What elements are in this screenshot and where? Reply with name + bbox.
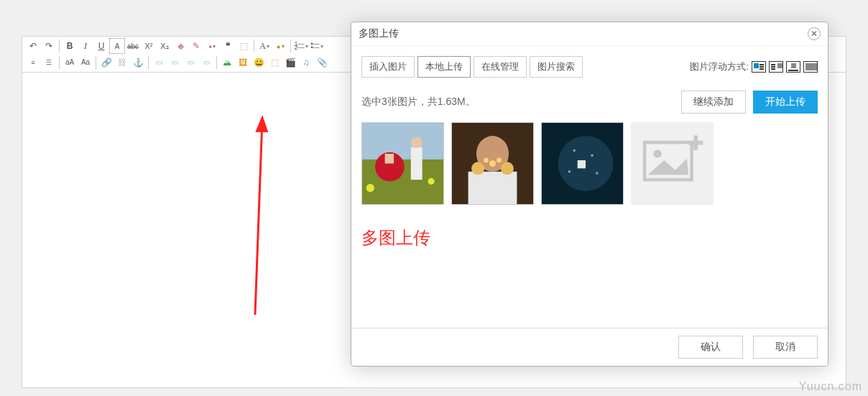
bold-icon[interactable]: B bbox=[62, 38, 78, 54]
svg-point-12 bbox=[471, 162, 484, 175]
touppercase-icon[interactable]: aA bbox=[62, 55, 78, 70]
formatmatch-icon[interactable]: ✎ bbox=[188, 38, 204, 54]
svg-point-14 bbox=[489, 160, 496, 167]
italic-icon[interactable]: I bbox=[78, 38, 93, 54]
dialog-title: 多图上传 bbox=[359, 27, 399, 40]
svg-point-18 bbox=[558, 136, 614, 191]
svg-point-23 bbox=[596, 172, 598, 174]
ok-button[interactable]: 确认 bbox=[678, 336, 743, 359]
continue-add-button[interactable]: 继续添加 bbox=[681, 91, 746, 114]
imageright-icon[interactable]: ▭ bbox=[183, 55, 198, 70]
separator bbox=[59, 40, 60, 52]
thumb-2[interactable] bbox=[451, 122, 534, 205]
autotypeset-icon[interactable]: ⬥ bbox=[204, 38, 220, 54]
attachment-icon[interactable]: 📎 bbox=[314, 55, 330, 70]
thumb-3[interactable] bbox=[541, 122, 624, 205]
subscript-icon[interactable]: X₂ bbox=[157, 38, 172, 54]
undo-icon[interactable]: ↶ bbox=[25, 38, 41, 54]
tab-online-manage[interactable]: 在线管理 bbox=[474, 56, 527, 78]
dialog-footer: 确认 取消 bbox=[351, 328, 828, 366]
svg-rect-5 bbox=[411, 147, 423, 180]
cancel-button[interactable]: 取消 bbox=[753, 336, 818, 359]
separator bbox=[148, 56, 149, 69]
dialog-header: 多图上传 ✕ bbox=[351, 22, 828, 46]
float-right-icon[interactable] bbox=[786, 61, 800, 73]
svg-rect-4 bbox=[385, 154, 394, 164]
unlink-icon[interactable]: ⛓ bbox=[114, 55, 130, 70]
add-image-icon bbox=[632, 123, 713, 204]
dialog-tabs: 插入图片 本地上传 在线管理 图片搜索 bbox=[361, 56, 583, 78]
orderedlist-icon[interactable]: 1—2— bbox=[293, 38, 309, 54]
redo-icon[interactable]: ↷ bbox=[41, 38, 57, 54]
image-icon bbox=[542, 123, 623, 204]
svg-point-21 bbox=[591, 155, 593, 157]
thumbnail-list bbox=[361, 122, 818, 205]
link-icon[interactable]: 🔗 bbox=[98, 55, 114, 70]
float-left-icon[interactable] bbox=[769, 61, 783, 73]
insertimage-icon[interactable]: 🖼 bbox=[235, 55, 251, 70]
separator bbox=[59, 56, 60, 69]
thumb-add[interactable] bbox=[631, 122, 714, 205]
svg-point-8 bbox=[428, 178, 435, 185]
dialog-body: 插入图片 本地上传 在线管理 图片搜索 图片浮动方式: 选中3张图片，共1.63… bbox=[351, 46, 828, 328]
svg-point-16 bbox=[497, 158, 502, 163]
close-icon[interactable]: ✕ bbox=[808, 27, 821, 40]
eraser-icon[interactable]: ◆ bbox=[172, 38, 188, 54]
svg-point-13 bbox=[501, 162, 514, 175]
simpleupload-icon[interactable]: ⛰ bbox=[219, 55, 235, 70]
forecolor-icon[interactable]: A bbox=[257, 38, 272, 54]
strikethrough-icon[interactable]: abc bbox=[125, 38, 141, 54]
music-icon[interactable]: ♫ bbox=[298, 55, 314, 70]
float-none-icon[interactable] bbox=[752, 61, 766, 73]
blockquote-icon[interactable]: ❝ bbox=[220, 38, 236, 54]
annotation-label: 多图上传 bbox=[361, 226, 818, 249]
multi-upload-dialog: 多图上传 ✕ 插入图片 本地上传 在线管理 图片搜索 图片浮动方式: 选中3张图… bbox=[351, 22, 828, 367]
fontborder-icon[interactable]: A bbox=[109, 38, 125, 54]
svg-rect-2 bbox=[362, 123, 443, 160]
emotion-icon[interactable]: 😀 bbox=[251, 55, 267, 70]
tab-image-search[interactable]: 图片搜索 bbox=[530, 56, 583, 78]
float-center-icon[interactable] bbox=[803, 61, 818, 73]
svg-rect-11 bbox=[468, 172, 517, 204]
insertvideo-icon[interactable]: 🎬 bbox=[282, 55, 298, 70]
tolowercase-icon[interactable]: Aa bbox=[78, 55, 93, 70]
justifycenter-icon[interactable]: ☰ bbox=[41, 55, 57, 70]
unorderedlist-icon[interactable]: •—•— bbox=[309, 38, 325, 54]
thumb-1[interactable] bbox=[361, 122, 444, 205]
tab-insert-image[interactable]: 插入图片 bbox=[361, 56, 415, 78]
imagenone-icon[interactable]: ▭ bbox=[151, 55, 167, 70]
svg-point-15 bbox=[484, 158, 489, 163]
tab-local-upload[interactable]: 本地上传 bbox=[417, 56, 471, 78]
float-choice: 图片浮动方式: bbox=[690, 60, 818, 73]
start-upload-button[interactable]: 开始上传 bbox=[753, 91, 818, 114]
justifyleft-icon[interactable]: ≡ bbox=[25, 55, 41, 70]
svg-point-20 bbox=[573, 149, 576, 152]
underline-icon[interactable]: U bbox=[93, 38, 109, 54]
selection-status: 选中3张图片，共1.63M。 bbox=[361, 96, 476, 109]
svg-point-22 bbox=[568, 170, 571, 172]
float-label: 图片浮动方式: bbox=[690, 60, 749, 73]
separator bbox=[290, 40, 291, 52]
svg-rect-27 bbox=[693, 136, 698, 150]
pasteplain-icon[interactable]: ⬚ bbox=[236, 38, 251, 54]
backcolor-icon[interactable]: ⬥ bbox=[272, 38, 288, 54]
image-icon bbox=[452, 123, 533, 204]
svg-point-7 bbox=[366, 184, 374, 192]
separator bbox=[254, 40, 254, 52]
svg-rect-19 bbox=[578, 160, 586, 168]
separator bbox=[216, 56, 217, 69]
superscript-icon[interactable]: X² bbox=[141, 38, 157, 54]
anchor-icon[interactable]: ⚓ bbox=[130, 55, 146, 70]
image-icon bbox=[362, 123, 443, 204]
watermark: Yuucn.com bbox=[799, 380, 862, 393]
imageleft-icon[interactable]: ▭ bbox=[167, 55, 183, 70]
svg-point-6 bbox=[411, 137, 423, 148]
scrawl-icon[interactable]: ⬚ bbox=[267, 55, 282, 70]
svg-point-25 bbox=[654, 149, 662, 157]
separator bbox=[96, 56, 96, 69]
imagecenter-icon[interactable]: ▭ bbox=[198, 55, 214, 70]
